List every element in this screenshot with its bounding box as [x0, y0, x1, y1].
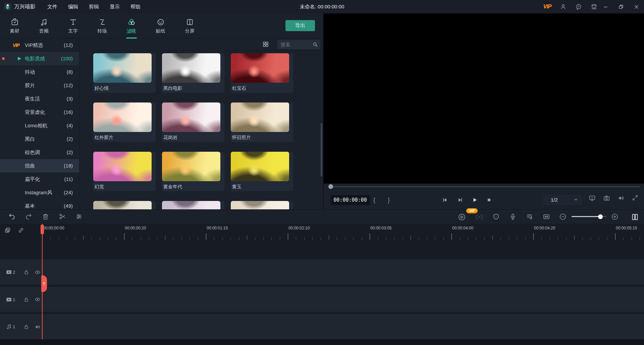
sidebar-item-背景虚化[interactable]: 背景虚化(16) [0, 106, 79, 119]
lock-track-icon[interactable] [23, 324, 30, 330]
filter-thumbnail[interactable] [162, 102, 220, 132]
filter-item-好心情[interactable]: 好心情 [93, 53, 156, 93]
sidebar-item-棕色调[interactable]: 棕色调(2) [0, 146, 79, 159]
sidebar-item-电影质感[interactable]: 电影质感(100) [0, 52, 79, 65]
timeline-ruler[interactable]: 00:00:00:0000:00:00:2000:00:01:1500:00:0… [0, 224, 644, 242]
tab-分屏[interactable]: 分屏 [175, 13, 204, 39]
export-button[interactable]: 导出 [285, 20, 315, 31]
toggle-visibility-icon[interactable] [34, 296, 41, 303]
account-icon[interactable] [559, 3, 567, 10]
sidebar-item-Lomo相机[interactable]: Lomo相机(4) [0, 119, 79, 132]
sidebar-item-胶片[interactable]: 胶片(12) [0, 79, 79, 92]
search-icon[interactable] [312, 42, 318, 48]
menu-item-3[interactable]: 显示 [104, 0, 125, 13]
store-icon[interactable] [590, 3, 598, 10]
seek-track[interactable] [330, 186, 640, 187]
restore-button[interactable] [613, 0, 629, 13]
panel-layout-button[interactable] [631, 213, 639, 221]
sidebar-item-黑白[interactable]: 黑白(2) [0, 132, 79, 146]
filter-thumbnail[interactable] [162, 152, 220, 181]
filter-item-黄金年代[interactable]: 黄金年代 [162, 152, 224, 191]
filter-item-partial-9[interactable] [93, 201, 156, 209]
timeline-bottom-scroll-area[interactable] [0, 339, 644, 345]
seek-handle[interactable] [328, 184, 333, 189]
zoom-in-button[interactable] [611, 213, 619, 221]
tab-素材[interactable]: 素材 [0, 13, 29, 39]
video-track-1[interactable]: 1 [0, 287, 644, 312]
filter-item-怀旧照片[interactable]: 怀旧照片 [231, 102, 293, 142]
lock-track-icon[interactable] [23, 269, 30, 275]
filter-thumbnail[interactable] [162, 53, 220, 83]
filter-thumbnail[interactable] [162, 201, 220, 209]
filter-item-partial-11[interactable] [231, 201, 293, 209]
link-clips-button[interactable] [17, 227, 24, 234]
sidebar-item-基本[interactable]: 基本(49) [0, 199, 79, 209]
sidebar-item-扁平化[interactable]: 扁平化(11) [0, 172, 79, 186]
sidebar-item-抖动[interactable]: 抖动(8) [0, 65, 79, 79]
mark-in-button[interactable]: { [373, 195, 375, 205]
adjust-button[interactable] [75, 213, 83, 220]
filter-item-黑白电影[interactable]: 黑白电影 [162, 53, 224, 93]
display-device-button[interactable] [588, 194, 596, 202]
fullscreen-button[interactable] [632, 194, 639, 201]
play-button[interactable] [471, 197, 478, 203]
filter-thumbnail[interactable] [93, 201, 152, 209]
filter-thumbnail[interactable] [93, 102, 152, 132]
video-preview[interactable] [324, 13, 644, 184]
playhead[interactable] [42, 224, 43, 339]
add-track-button[interactable] [4, 227, 11, 234]
filter-item-幻觉[interactable]: 幻觉 [93, 152, 156, 191]
tab-滤镜[interactable]: 滤镜 [117, 13, 146, 39]
sidebar-item-VIP精选[interactable]: VIPVIP精选(12) [0, 39, 79, 52]
timeline[interactable]: 00:00:00:0000:00:00:2000:00:01:1500:00:0… [0, 224, 644, 345]
mute-track-icon[interactable] [34, 324, 41, 330]
record-voiceover-button[interactable] [509, 213, 517, 221]
sidebar-item-Instagram风[interactable]: Instagram风(24) [0, 186, 79, 199]
playhead-split-button[interactable] [41, 275, 47, 292]
snapshot-button[interactable] [603, 194, 610, 202]
filter-item-红外胶片[interactable]: 红外胶片 [93, 102, 156, 142]
minimize-button[interactable] [598, 0, 613, 13]
library-scrollbar[interactable] [321, 123, 322, 177]
lock-track-icon[interactable] [23, 296, 30, 303]
vip-button[interactable]: VIP [543, 4, 551, 10]
filter-thumbnail[interactable] [93, 53, 152, 83]
undo-button[interactable] [8, 213, 16, 220]
close-button[interactable] [629, 0, 644, 13]
filter-thumbnail[interactable] [231, 152, 289, 181]
menu-item-4[interactable]: 帮助 [125, 0, 146, 13]
filter-thumbnail[interactable] [231, 102, 289, 132]
sidebar-item-夜生活[interactable]: 夜生活(3) [0, 92, 79, 106]
search-input[interactable] [281, 42, 312, 47]
filter-item-黄玉[interactable]: 黄玉 [231, 152, 293, 191]
filter-thumbnail[interactable] [93, 152, 152, 181]
marker-button[interactable] [492, 213, 500, 221]
seek-bar[interactable] [324, 184, 644, 190]
menu-item-1[interactable]: 编辑 [63, 0, 84, 13]
video-track-2[interactable]: 2 [0, 260, 644, 285]
previous-frame-button[interactable] [442, 197, 448, 203]
tab-贴纸[interactable]: 贴纸 [146, 13, 175, 39]
tab-音频[interactable]: 音频 [29, 13, 58, 39]
preview-quality-dropdown[interactable]: 1/2 [543, 195, 582, 205]
filter-item-花岗岩[interactable]: 花岗岩 [162, 102, 224, 142]
stop-button[interactable] [486, 197, 492, 203]
delete-button[interactable] [42, 213, 49, 220]
feedback-icon[interactable] [575, 3, 582, 10]
zoom-slider-handle[interactable] [598, 214, 603, 219]
audio-mixer-button[interactable] [458, 213, 466, 221]
timeline-zoom-slider[interactable] [572, 216, 606, 217]
toggle-visibility-icon[interactable] [34, 269, 41, 276]
filter-item-红宝石[interactable]: 红宝石 [231, 53, 293, 93]
menu-item-2[interactable]: 剪辑 [84, 0, 104, 13]
volume-button[interactable] [617, 194, 625, 202]
next-frame-button[interactable] [457, 197, 463, 203]
search-box[interactable] [277, 40, 320, 49]
tab-文字[interactable]: 文字 [58, 13, 88, 39]
filter-thumbnail[interactable] [231, 201, 289, 209]
audio-track-1[interactable]: 1 [0, 314, 644, 339]
filter-thumbnail[interactable] [231, 53, 289, 83]
redo-button[interactable] [25, 213, 33, 220]
zoom-out-button[interactable] [559, 213, 567, 221]
split-clip-button[interactable] [58, 213, 66, 220]
